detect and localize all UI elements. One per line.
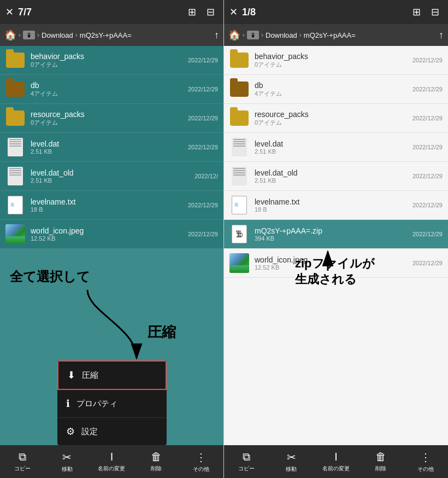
file-date: 2022/12/ [194, 173, 218, 179]
right-home-icon[interactable]: 🏠 [228, 29, 240, 41]
file-icon [229, 166, 249, 186]
file-date: 2022/12/29 [188, 86, 218, 92]
list-item[interactable]: level.dat 2.51 KB 2022/12/29 [224, 133, 448, 162]
toolbar-button[interactable]: ✂ 移動 [269, 445, 314, 478]
file-date: 2022/12/29 [188, 144, 218, 150]
toolbar-icon: 🗑 [151, 451, 162, 463]
sd-card-icon[interactable]: 📱 [23, 31, 35, 39]
context-menu-item[interactable]: ⚙ 設定 [57, 418, 167, 445]
file-icon [5, 224, 25, 244]
file-name: db [255, 81, 412, 90]
right-toolbar: ⧉ コピー ✂ 移動 I 名前の変更 🗑 削除 ⋮ その他 [224, 445, 448, 478]
context-menu-item[interactable]: ℹ プロパティ [57, 390, 167, 418]
file-meta: 2.51 KB [31, 177, 194, 184]
context-menu-item[interactable]: ⬇ 圧縮 [57, 360, 167, 390]
file-icon [5, 195, 25, 215]
toolbar-icon: ⋮ [420, 451, 431, 464]
toolbar-button[interactable]: I 名前の変更 [90, 445, 134, 478]
list-item[interactable]: levelname.txt 18 B 2022/12/29 [224, 191, 448, 220]
left-header: ✕ 7/7 ⊞ ⊟ [0, 0, 223, 24]
toolbar-button[interactable]: ⋮ その他 [179, 445, 223, 478]
file-meta: 0アイテム [255, 61, 412, 69]
file-icon [229, 79, 249, 99]
file-date: 2022/12/29 [412, 260, 443, 266]
file-meta: 0アイテム [31, 119, 188, 127]
file-meta: 2.51 KB [255, 148, 412, 155]
file-name: behavior_packs [31, 52, 188, 61]
toolbar-button[interactable]: I 名前の変更 [314, 445, 358, 478]
toolbar-button[interactable]: 🗑 削除 [134, 445, 179, 478]
file-meta: 18 B [31, 206, 188, 213]
menu-item-icon: ⚙ [66, 425, 75, 438]
right-breadcrumb-folder[interactable]: mQ2sY-+pAAA= [304, 31, 356, 39]
file-date: 2022/12/29 [412, 144, 443, 150]
right-close-button[interactable]: ✕ [229, 6, 238, 18]
file-name: level.dat [31, 139, 188, 148]
file-icon [229, 108, 249, 128]
file-date: 2022/12/29 [188, 202, 218, 208]
list-item[interactable]: behavior_packs 0アイテム 2022/12/29 [224, 46, 448, 75]
file-icon [229, 195, 249, 215]
menu-item-icon: ⬇ [67, 369, 75, 381]
file-name: level.dat_old [255, 168, 412, 177]
list-item[interactable]: behavior_packs 0アイテム 2022/12/29 [0, 46, 223, 75]
right-file-count: 1/8 [242, 7, 256, 18]
file-icon [229, 253, 249, 273]
list-item[interactable]: level.dat 2.51 KB 2022/12/29 [0, 133, 223, 162]
list-item[interactable]: resource_packs 0アイテム 2022/12/29 [0, 104, 223, 133]
right-breadcrumb-download[interactable]: Download [266, 31, 297, 39]
toolbar-label: コピー [14, 465, 31, 473]
toolbar-icon: I [334, 451, 338, 463]
toolbar-button[interactable]: ⧉ コピー [224, 445, 269, 478]
file-icon [5, 108, 25, 128]
right-sd-icon[interactable]: 📱 [247, 31, 259, 39]
right-header: ✕ 1/8 ⊞ ⊟ [224, 0, 448, 24]
toolbar-icon: ✂ [62, 451, 72, 464]
file-date: 2022/12/29 [188, 57, 218, 63]
file-date: 2022/12/29 [188, 231, 218, 237]
left-close-button[interactable]: ✕ [5, 6, 14, 18]
toolbar-label: 名前の変更 [322, 465, 350, 473]
list-item[interactable]: world_icon.jpeg 12.52 KB 2022/12/29 [0, 220, 223, 249]
list-item[interactable]: levelname.txt 18 B 2022/12/29 [0, 191, 223, 220]
toolbar-button[interactable]: ✂ 移動 [45, 445, 90, 478]
left-header-icons: ⊞ ⊟ [184, 4, 218, 20]
breadcrumb-download[interactable]: Download [42, 31, 73, 39]
toolbar-label: その他 [193, 465, 209, 473]
right-breadcrumb: 🏠 › 📱 › Download › mQ2sY-+pAAA= ↑ [224, 24, 448, 46]
toolbar-icon: 🗑 [375, 451, 386, 463]
toolbar-button[interactable]: 🗑 削除 [358, 445, 403, 478]
right-sort-icon[interactable]: ⊟ [427, 4, 443, 20]
left-toolbar: ⧉ コピー ✂ 移動 I 名前の変更 🗑 削除 ⋮ その他 [0, 445, 223, 478]
list-item[interactable]: db 4アイテム 2022/12/29 [0, 75, 223, 104]
file-meta: 18 B [255, 206, 412, 213]
list-item[interactable]: resource_packs 0アイテム 2022/12/29 [224, 104, 448, 133]
grid-icon[interactable]: ⊞ [184, 4, 199, 20]
file-icon [5, 50, 25, 70]
toolbar-button[interactable]: ⋮ その他 [403, 445, 448, 478]
list-item[interactable]: db 4アイテム 2022/12/29 [224, 75, 448, 104]
file-date: 2022/12/29 [412, 86, 443, 92]
list-item[interactable]: world_icon.jpeg 12.52 KB 2022/12/29 [224, 249, 448, 278]
sort-icon[interactable]: ⊟ [203, 4, 218, 20]
file-name: behavior_packs [255, 52, 412, 61]
right-grid-icon[interactable]: ⊞ [409, 4, 424, 20]
file-name: mQ2sY-+pAAA=.zip [255, 226, 412, 235]
breadcrumb-up-icon[interactable]: ↑ [214, 30, 219, 41]
toolbar-icon: ⧉ [19, 451, 26, 463]
list-item[interactable]: 🗜 mQ2sY-+pAAA=.zip 394 KB 2022/12/29 [224, 220, 448, 249]
toolbar-button[interactable]: ⧉ コピー [0, 445, 45, 478]
list-item[interactable]: level.dat_old 2.51 KB 2022/12/ [0, 162, 223, 191]
list-item[interactable]: level.dat_old 2.51 KB 2022/12/29 [224, 162, 448, 191]
file-date: 2022/12/29 [412, 202, 443, 208]
right-breadcrumb-up-icon[interactable]: ↑ [439, 30, 444, 41]
right-header-icons: ⊞ ⊟ [409, 4, 443, 20]
toolbar-label: 削除 [151, 465, 162, 473]
breadcrumb-folder[interactable]: mQ2sY-+pAAA= [80, 31, 132, 39]
file-name: level.dat_old [31, 168, 194, 177]
file-icon [5, 79, 25, 99]
toolbar-icon: I [110, 451, 114, 463]
file-meta: 12.52 KB [255, 264, 412, 271]
file-icon [229, 137, 249, 157]
home-icon[interactable]: 🏠 [4, 29, 16, 41]
